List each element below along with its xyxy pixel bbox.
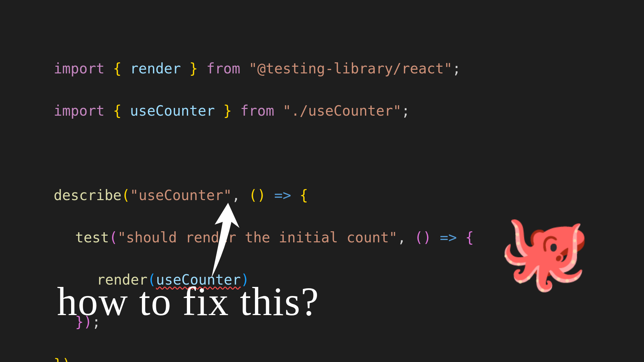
octopus-icon: 🐙 bbox=[498, 215, 590, 288]
code-line-2: import { useCounter } from "./useCounter… bbox=[54, 100, 590, 121]
code-line-8: }) bbox=[54, 354, 590, 362]
annotation-text: how to fix this? bbox=[57, 272, 319, 332]
code-line-blank bbox=[54, 142, 590, 164]
code-line-1: import { render } from "@testing-library… bbox=[54, 58, 590, 79]
arrow-icon bbox=[205, 201, 245, 282]
code-line-4: describe("useCounter", () => { bbox=[54, 185, 590, 206]
